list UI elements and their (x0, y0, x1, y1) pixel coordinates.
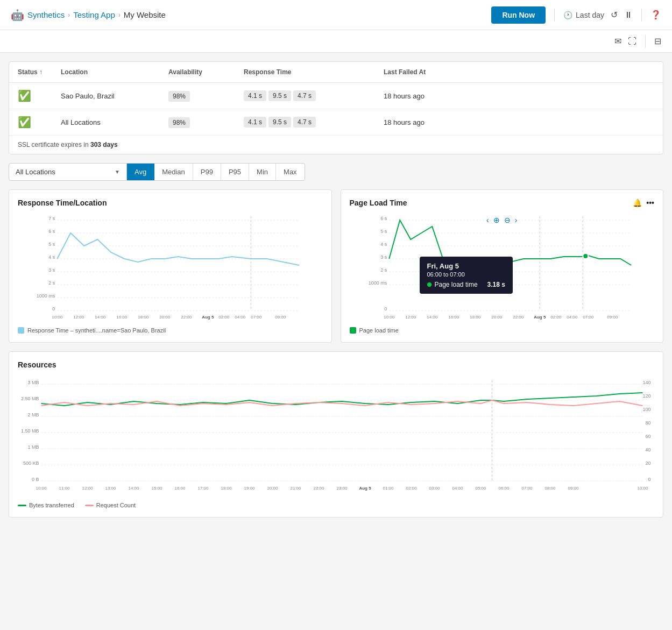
location-cell: All Locations (52, 109, 160, 136)
charts-row: Response Time/Location 7 s 6 s 5 s 4 s 3… (9, 189, 663, 343)
svg-text:09:00: 09:00 (607, 315, 618, 320)
ssl-days: 303 days (90, 141, 118, 148)
response-time-cell: 4.1 s9.5 s4.7 s (235, 83, 375, 109)
metric-tab-p99[interactable]: P99 (193, 164, 221, 180)
refresh-icon[interactable]: ↺ (611, 10, 618, 20)
clock-icon: 🕐 (563, 11, 572, 19)
svg-text:11:00: 11:00 (59, 486, 70, 491)
metric-tab-median[interactable]: Median (154, 164, 193, 180)
svg-text:19:00: 19:00 (244, 486, 255, 491)
response-time-chart-svg: 7 s 6 s 5 s 4 s 3 s 2 s 1000 ms 0 (18, 214, 323, 321)
time-badge: 4.7 s (293, 117, 316, 128)
svg-text:05:00: 05:00 (475, 486, 486, 491)
svg-text:09:00: 09:00 (275, 315, 286, 320)
status-cell: ✅ (9, 83, 52, 109)
response-time-title: Response Time/Location (18, 199, 323, 207)
table-row: ✅All Locations98%4.1 s9.5 s4.7 s18 hours… (9, 109, 663, 136)
requests-legend-item: Request Count (85, 502, 136, 508)
svg-text:1000 ms: 1000 ms (368, 280, 387, 286)
svg-text:20: 20 (645, 461, 650, 466)
pause-icon[interactable]: ⏸ (624, 10, 633, 20)
email-icon[interactable]: ✉ (614, 36, 621, 46)
help-icon[interactable]: ❓ (650, 10, 661, 20)
svg-text:13:00: 13:00 (105, 486, 116, 491)
status-card: Status ↑ Location Availability Response … (9, 61, 663, 154)
status-ok-icon: ✅ (18, 116, 31, 128)
location-dropdown[interactable]: All Locations ▼ (9, 163, 127, 181)
svg-text:20:00: 20:00 (159, 315, 171, 320)
svg-text:07:00: 07:00 (583, 315, 594, 320)
response-time-legend-label: Response Time – syntheti....name=Sao Pau… (27, 327, 166, 334)
th-location: Location (52, 62, 160, 83)
svg-text:3 s: 3 s (380, 254, 387, 260)
main-content: Status ↑ Location Availability Response … (0, 53, 672, 526)
svg-text:3 s: 3 s (48, 267, 55, 273)
svg-text:1 MB: 1 MB (27, 444, 39, 450)
metric-tabs: AvgMedianP99P95MinMax (127, 163, 305, 181)
zoom-out-icon[interactable]: ⊖ (504, 216, 511, 224)
resources-title: Resources (18, 360, 654, 369)
time-badges: 4.1 s9.5 s4.7 s (244, 90, 366, 101)
svg-text:20:00: 20:00 (267, 486, 278, 491)
resources-card: Resources 3 MB 2.50 MB 2 MB 1.50 MB 1 MB… (9, 351, 663, 518)
svg-text:04:00: 04:00 (452, 486, 463, 491)
svg-text:10:00: 10:00 (52, 315, 63, 320)
th-last-failed: Last Failed At (375, 62, 663, 83)
filter-row: All Locations ▼ AvgMedianP99P95MinMax (9, 163, 663, 181)
breadcrumb-current: My Website (124, 10, 166, 19)
svg-text:10:00: 10:00 (384, 315, 395, 320)
breadcrumb-synthetics[interactable]: Synthetics (27, 10, 65, 19)
header-actions: Run Now 🕐 Last day ↺ ⏸ ❓ (491, 6, 661, 24)
svg-text:60: 60 (645, 434, 650, 439)
fullscreen-icon[interactable]: ⛶ (628, 37, 636, 46)
metric-tab-max[interactable]: Max (276, 164, 305, 180)
svg-text:2 s: 2 s (48, 280, 55, 286)
time-badge: 9.5 s (268, 117, 291, 128)
svg-text:500 KB: 500 KB (23, 461, 39, 466)
location-label: All Locations (16, 168, 55, 176)
time-range-label: Last day (576, 11, 604, 19)
metric-tab-min[interactable]: Min (249, 164, 276, 180)
svg-text:01:00: 01:00 (383, 486, 394, 491)
breadcrumb-testing-app[interactable]: Testing App (73, 10, 115, 19)
split-view-icon[interactable]: ⊟ (654, 36, 661, 46)
svg-text:16:00: 16:00 (448, 315, 459, 320)
svg-text:0: 0 (648, 477, 650, 482)
svg-text:80: 80 (645, 420, 650, 426)
last-failed-cell: 18 hours ago (375, 83, 663, 109)
toolbar-secondary: ✉ ⛶ ⊟ (0, 30, 672, 53)
page-load-legend-label: Page load time (359, 327, 399, 334)
svg-text:0: 0 (52, 306, 55, 312)
response-time-card: Response Time/Location 7 s 6 s 5 s 4 s 3… (9, 189, 332, 343)
more-options-icon[interactable]: ••• (646, 199, 654, 207)
svg-text:03:00: 03:00 (429, 486, 440, 491)
time-badges: 4.1 s9.5 s4.7 s (244, 117, 366, 128)
response-time-cell: 4.1 s9.5 s4.7 s (235, 109, 375, 136)
time-badge: 4.1 s (244, 90, 266, 101)
time-badge: 4.7 s (293, 90, 316, 101)
zoom-forward-icon[interactable]: › (515, 216, 518, 224)
app-header: 🤖 Synthetics › Testing App › My Website … (0, 0, 672, 30)
header-divider-2 (641, 9, 642, 22)
svg-text:22:00: 22:00 (181, 315, 192, 320)
zoom-back-icon[interactable]: ‹ (486, 216, 489, 224)
svg-text:16:00: 16:00 (174, 486, 186, 491)
zoom-in-icon[interactable]: ⊕ (493, 216, 500, 224)
page-load-legend: Page load time (350, 327, 655, 334)
toolbar-divider (645, 35, 646, 48)
synthetics-icon: 🤖 (11, 9, 24, 22)
availability-cell: 98% (160, 83, 235, 109)
time-range-button[interactable]: 🕐 Last day (563, 11, 604, 19)
response-time-legend-color (18, 327, 24, 334)
run-now-button[interactable]: Run Now (491, 6, 546, 24)
alert-icon[interactable]: 🔔 (633, 199, 642, 207)
metric-tab-avg[interactable]: Avg (127, 164, 154, 180)
svg-text:17:00: 17:00 (197, 486, 209, 491)
svg-text:12:00: 12:00 (82, 486, 93, 491)
svg-text:Aug 5: Aug 5 (202, 315, 214, 320)
metric-tab-p95[interactable]: P95 (221, 164, 249, 180)
chart-nav-controls: ‹ ⊕ ⊖ › (486, 216, 517, 224)
svg-text:07:00: 07:00 (251, 315, 262, 320)
bytes-legend-label: Bytes transferred (29, 502, 74, 508)
svg-text:07:00: 07:00 (521, 486, 533, 491)
